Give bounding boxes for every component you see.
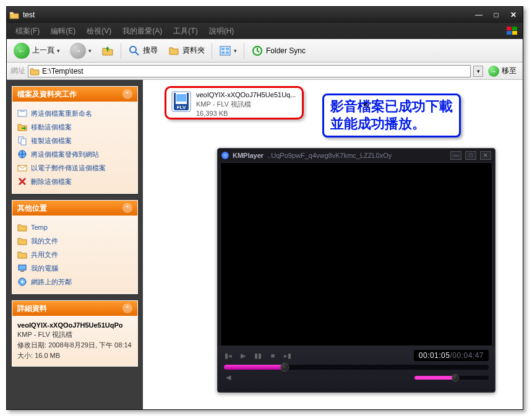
svg-rect-7: [221, 48, 225, 50]
menu-view[interactable]: 檢視(V): [82, 25, 116, 38]
chevron-up-icon[interactable]: ⌃: [122, 303, 132, 313]
menu-file[interactable]: 檔案(F): [11, 25, 45, 38]
seek-bar[interactable]: [224, 365, 489, 370]
svg-rect-18: [19, 265, 26, 270]
place-shared[interactable]: 共用文件: [17, 248, 132, 261]
kmplayer-close-button[interactable]: ✕: [480, 151, 491, 160]
close-button[interactable]: ✕: [507, 9, 520, 20]
volume-fill: [414, 376, 455, 380]
minimize-button[interactable]: —: [472, 9, 486, 20]
detail-type: KMP - FLV 視訊檔: [17, 329, 132, 340]
panel-file-tasks: 檔案及資料夾工作 ⌃ 將這個檔案重新命名 移動這個檔案 複製這個檔案 將這個檔案…: [12, 86, 138, 194]
folders-button[interactable]: 資料夾: [165, 43, 208, 59]
svg-rect-1: [512, 27, 517, 30]
sync-icon: [251, 45, 264, 57]
svg-rect-3: [512, 31, 517, 35]
prev-button[interactable]: ▮◂: [224, 352, 233, 360]
menu-edit[interactable]: 編輯(E): [46, 25, 80, 38]
folder-icon: [17, 250, 27, 259]
maximize-button[interactable]: □: [489, 9, 503, 20]
place-network[interactable]: 網路上的芳鄰: [17, 275, 132, 289]
panel-header[interactable]: 詳細資料 ⌃: [12, 301, 137, 316]
chevron-up-icon[interactable]: ⌃: [122, 89, 132, 99]
kmplayer-titlebar[interactable]: KMPlayer ..UqPo9pwF_q4vwg8vK7kmc_LZZL0xO…: [218, 149, 495, 162]
svg-rect-9: [221, 51, 225, 54]
file-name: veoIQYlX-xXQOoJ7H5Ue51Uq...: [196, 90, 296, 100]
kmplayer-video-area[interactable]: [220, 162, 492, 346]
file-type: KMP - FLV 視訊檔: [196, 100, 296, 109]
up-button[interactable]: [98, 43, 117, 59]
kmplayer-window[interactable]: KMPlayer ..UqPo9pwF_q4vwg8vK7kmc_LZZL0xO…: [217, 148, 496, 393]
panel-header[interactable]: 其他位置 ⌃: [12, 201, 137, 216]
search-icon: [128, 45, 140, 57]
svg-rect-10: [226, 51, 229, 54]
detail-size: 大小: 16.0 MB: [17, 351, 132, 361]
globe-icon: [17, 149, 27, 159]
folders-label: 資料夾: [182, 45, 205, 56]
place-computer[interactable]: 我的電腦: [17, 261, 132, 275]
place-mydocs[interactable]: 我的文件: [17, 234, 132, 248]
task-move[interactable]: 移動這個檔案: [17, 120, 132, 134]
menu-tools[interactable]: 工具(T): [168, 25, 202, 38]
seek-thumb[interactable]: [280, 363, 289, 372]
panel-header[interactable]: 檔案及資料夾工作 ⌃: [12, 87, 137, 102]
mute-button[interactable]: ◀: [224, 373, 233, 381]
svg-text:FLV: FLV: [177, 105, 186, 110]
next-button[interactable]: ▸▮: [283, 352, 292, 360]
task-publish[interactable]: 將這個檔案發佈到網站: [17, 147, 132, 161]
play-button[interactable]: ▶: [239, 352, 247, 360]
views-icon: [219, 45, 231, 57]
annotation-callout: 影音檔案已成功下載 並能成功播放。: [322, 94, 461, 137]
file-item[interactable]: FLV veoIQYlX-xXQOoJ7H5Ue51Uq... KMP - FL…: [165, 86, 304, 120]
panel-title: 其他位置: [17, 203, 47, 214]
svg-point-21: [21, 281, 24, 283]
task-rename[interactable]: 將這個檔案重新命名: [17, 107, 132, 120]
panel-other-places: 其他位置 ⌃ Temp 我的文件 共用文件 我的電腦 網路上的芳鄰: [12, 200, 138, 294]
chevron-up-icon[interactable]: ⌃: [122, 203, 132, 213]
go-label: 移至: [502, 66, 517, 76]
body-area: 檔案及資料夾工作 ⌃ 將這個檔案重新命名 移動這個檔案 複製這個檔案 將這個檔案…: [7, 80, 523, 409]
windows-flag-icon: [505, 25, 519, 37]
kmplayer-logo-icon: [221, 152, 229, 159]
go-button[interactable]: → 移至: [486, 64, 519, 78]
address-box[interactable]: [28, 65, 471, 77]
sidebar: 檔案及資料夾工作 ⌃ 將這個檔案重新命名 移動這個檔案 複製這個檔案 將這個檔案…: [7, 80, 143, 409]
task-email[interactable]: 以電子郵件傳送這個檔案: [17, 161, 132, 175]
menu-favorites[interactable]: 我的最愛(A): [118, 25, 167, 38]
kmplayer-maximize-button[interactable]: □: [465, 151, 476, 160]
svg-rect-19: [20, 271, 24, 272]
stop-button[interactable]: ■: [268, 352, 277, 359]
volume-thumb[interactable]: [452, 374, 459, 381]
titlebar[interactable]: test — □ ✕: [7, 7, 523, 23]
address-dropdown-button[interactable]: ▾: [473, 66, 483, 77]
forward-icon: →: [70, 43, 86, 59]
svg-rect-25: [176, 94, 186, 102]
panel-body: Temp 我的文件 共用文件 我的電腦 網路上的芳鄰: [12, 216, 137, 294]
address-input[interactable]: [42, 67, 469, 76]
file-list-area[interactable]: FLV veoIQYlX-xXQOoJ7H5Ue51Uq... KMP - FL…: [143, 80, 523, 409]
kmplayer-minimize-button[interactable]: —: [450, 151, 461, 160]
folder-sync-button[interactable]: Folder Sync: [248, 43, 309, 59]
mail-icon: [17, 163, 27, 173]
chevron-down-icon: ▾: [57, 48, 60, 54]
svg-rect-0: [507, 27, 512, 30]
place-temp[interactable]: Temp: [17, 220, 132, 234]
views-button[interactable]: ▾: [216, 43, 240, 59]
volume-bar[interactable]: [414, 376, 489, 380]
forward-button[interactable]: → ▾: [67, 41, 95, 61]
pause-button[interactable]: ▮▮: [254, 352, 262, 360]
menu-help[interactable]: 說明(H): [204, 25, 239, 38]
file-size: 16,393 KB: [196, 109, 296, 118]
back-button[interactable]: ← 上一頁 ▾: [11, 41, 63, 61]
folder-sync-label: Folder Sync: [266, 46, 306, 55]
kmplayer-brand: KMPlayer: [233, 152, 264, 159]
task-copy[interactable]: 複製這個檔案: [17, 134, 132, 147]
kmplayer-filename: ..UqPo9pwF_q4vwg8vK7kmc_LZZL0xOy: [267, 152, 447, 159]
panel-title: 詳細資料: [17, 303, 47, 314]
file-text: veoIQYlX-xXQOoJ7H5Ue51Uq... KMP - FLV 視訊…: [196, 90, 296, 118]
back-icon: ←: [14, 43, 30, 59]
delete-icon: [17, 176, 27, 186]
window-title: test: [23, 11, 35, 19]
task-delete[interactable]: 刪除這個檔案: [17, 175, 132, 188]
search-button[interactable]: 搜尋: [125, 43, 161, 59]
